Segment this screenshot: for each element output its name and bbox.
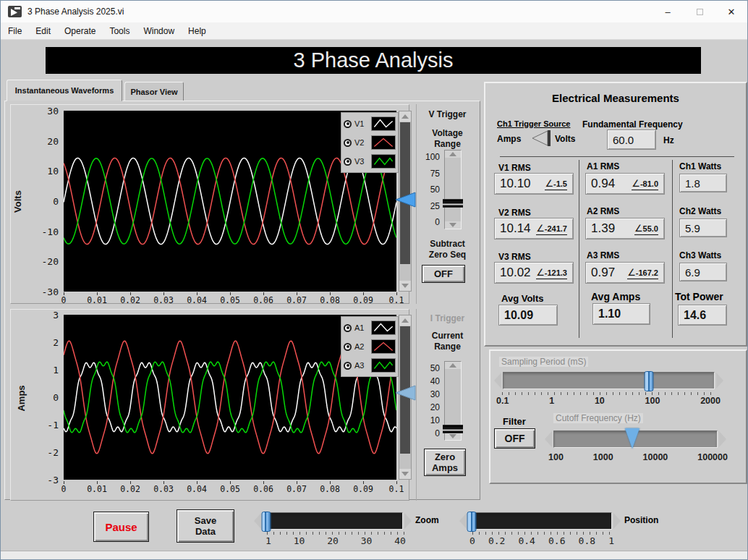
voltage-range-track[interactable] [444, 150, 462, 229]
slider-right-icon[interactable] [613, 513, 621, 529]
fundamental-frequency-label: Fundamental Frequency [582, 119, 683, 130]
scroll-up-icon[interactable] [399, 315, 411, 326]
legend-line-sample [371, 321, 396, 335]
voltage-range-scale: 1007550250 [420, 153, 440, 226]
slider-left-icon[interactable] [494, 373, 501, 389]
slider-down-icon[interactable] [445, 433, 461, 440]
y-tick-label: 0 [53, 392, 59, 403]
slider-down-icon[interactable] [445, 221, 461, 229]
close-button[interactable]: ✕ [715, 1, 747, 22]
legend-item-v3[interactable]: V3 [344, 152, 396, 171]
save-data-button[interactable]: SaveData [177, 509, 234, 543]
legend-item-v2[interactable]: V2 [344, 133, 396, 152]
v-trigger-cursor-icon[interactable] [396, 192, 416, 208]
scale-label: 100 [420, 153, 440, 161]
current-range-handle[interactable] [443, 425, 463, 433]
voltage-waveform-chart: Volts 3020100-10-20-30 00.010.020.030.04… [10, 104, 409, 304]
scale-label: 1 [265, 535, 271, 546]
y-tick-label: -30 [42, 287, 59, 297]
y-tick-label: 1 [53, 365, 59, 376]
x-tick-label: 0.01 [87, 295, 107, 305]
scale-label: 0 [420, 429, 440, 438]
cutoff-frequency-handle[interactable] [625, 428, 639, 449]
tot-power-label: Tot Power [675, 291, 723, 302]
x-tick-label: 0.04 [187, 484, 207, 494]
app-window: 3 Phase Analysis 2025.vi – ✕ FileEditOpe… [0, 0, 748, 560]
tab-phasor-view[interactable]: Phasor View [124, 82, 184, 101]
slider-right-icon[interactable] [716, 373, 723, 389]
current-range-track[interactable] [444, 361, 462, 441]
menu-item-file[interactable]: File [8, 26, 22, 36]
ch1-trigger-source-label: Ch1 Trigger Source [497, 119, 570, 128]
avg-volts-display: 10.09 [498, 305, 558, 326]
tab-instantaneous-waveforms[interactable]: Instantaneous Waveforms [7, 80, 122, 101]
pause-button[interactable]: Pause [93, 512, 149, 542]
legend-item-a2[interactable]: A2 [344, 337, 396, 356]
x-tick-label: 0 [61, 295, 67, 305]
slider-left-icon[interactable] [545, 431, 552, 447]
trigger-source-switch[interactable] [530, 130, 552, 147]
filter-label: Filter [503, 416, 526, 427]
x-tick-label: 0.07 [286, 295, 307, 305]
menu-item-window[interactable]: Window [143, 26, 174, 36]
voltage-y-ticks: 3020100-10-20-30 [35, 111, 60, 292]
x-tick-label: 0.01 [87, 484, 107, 494]
zoom-slider-track[interactable] [263, 512, 403, 530]
legend-label: V1 [354, 119, 367, 128]
subtract-zero-seq-button[interactable]: OFF [422, 265, 465, 283]
maximize-button[interactable] [684, 1, 715, 22]
position-slider-track[interactable] [468, 512, 612, 530]
menu-item-operate[interactable]: Operate [64, 26, 95, 36]
scale-label: 10 [294, 535, 305, 546]
position-slider-handle[interactable] [467, 512, 476, 532]
scroll-up-icon[interactable] [399, 111, 411, 122]
x-tick-label: 0.1 [389, 295, 404, 305]
scroll-down-icon[interactable] [399, 469, 411, 479]
current-legend: A1 A2 A3 [341, 316, 399, 377]
ch2-watts-display: 5.9 [679, 219, 727, 237]
a1-rms-display: 0.94 ∠-81.0 [585, 173, 665, 195]
a2-rms-display: 1.39 ∠55.0 [585, 218, 665, 239]
filter-button[interactable]: OFF [494, 428, 535, 449]
legend-radio-icon [344, 139, 352, 147]
scale-label: 40 [420, 377, 440, 386]
zoom-label: Zoom [415, 515, 439, 525]
slider-up-icon[interactable] [445, 150, 461, 158]
legend-line-sample [371, 339, 396, 354]
legend-radio-icon [344, 324, 352, 332]
slider-left-icon[interactable] [459, 513, 467, 529]
slider-right-icon[interactable] [719, 431, 726, 447]
legend-item-v1[interactable]: V1 [344, 114, 396, 133]
x-tick-label: 0.04 [187, 295, 207, 305]
legend-item-a3[interactable]: A3 [344, 356, 396, 375]
voltage-range-handle[interactable] [443, 200, 463, 208]
i-trigger-cursor-icon[interactable] [396, 385, 416, 401]
menu-item-edit[interactable]: Edit [35, 26, 51, 36]
a1-rms-label: A1 RMS [587, 161, 619, 171]
slider-right-icon[interactable] [404, 513, 412, 529]
minimize-button[interactable]: – [652, 1, 684, 22]
menu-item-tools[interactable]: Tools [109, 26, 129, 36]
zoom-slider-handle[interactable] [261, 512, 271, 532]
divider [579, 160, 579, 338]
banner: 3 Phase Analysis [46, 47, 701, 74]
y-tick-label: -3 [47, 475, 59, 485]
slider-left-icon[interactable] [254, 513, 261, 529]
fundamental-frequency-display: 60.0 [607, 130, 656, 150]
v2-rms-label: V2 RMS [498, 208, 531, 218]
sampling-period-track[interactable] [503, 372, 715, 389]
cutoff-frequency-track[interactable] [553, 430, 718, 448]
sampling-period-handle[interactable] [644, 371, 653, 391]
scale-label: 20 [327, 535, 339, 546]
waveforms-tab-panel: Volts 3020100-10-20-30 00.010.020.030.04… [4, 101, 480, 500]
scale-label: 50 [420, 185, 440, 194]
y-tick-label: -1 [47, 420, 59, 430]
voltage-y-axis-label: Volts [12, 190, 23, 213]
scroll-down-icon[interactable] [399, 281, 411, 291]
zero-amps-button[interactable]: ZeroAmps [424, 449, 466, 476]
legend-label: V3 [354, 157, 367, 166]
voltage-legend: V1 V2 V3 [341, 112, 399, 173]
legend-item-a1[interactable]: A1 [344, 318, 396, 337]
menu-item-help[interactable]: Help [188, 26, 206, 36]
slider-up-icon[interactable] [445, 362, 461, 369]
